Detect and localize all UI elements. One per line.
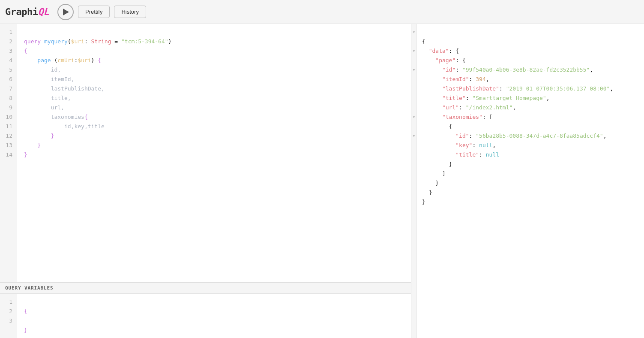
fold-arrow-1[interactable]: ▾ — [411, 27, 416, 37]
r-line-11: "id": "56ba28b5-0088-347d-a4c7-8faa85adc… — [422, 133, 607, 139]
r-line-13: "title": null — [422, 151, 499, 158]
line-9: taxonomies{ — [24, 114, 88, 120]
query-code-content: query myquery($uri: String = "tcm:5-394-… — [17, 24, 411, 282]
fold-arrow-13 — [411, 141, 416, 150]
fold-arrow-2 — [411, 37, 416, 46]
app-header: GraphiQL Prettify History — [0, 0, 644, 24]
line-1: query myquery($uri: String = "tcm:5-394-… — [24, 38, 171, 45]
r-line-7: "title": "Smarttarget Homepage", — [422, 95, 549, 101]
r-line-18: } — [422, 199, 425, 205]
r-line-17: } — [422, 189, 432, 196]
r-line-15: ] — [422, 170, 446, 177]
result-gutters: ▾ ▾ ▾ ▾ ▾ — [411, 24, 417, 338]
fold-arrow-8 — [411, 94, 416, 103]
fold-arrow-11 — [411, 122, 416, 131]
result-area: ▾ ▾ ▾ ▾ ▾ — [411, 24, 644, 338]
fold-arrow-14 — [411, 150, 416, 160]
variables-line-numbers: 1 2 3 — [0, 294, 17, 338]
r-line-9: "taxonomies": [ — [422, 114, 492, 120]
line-7: title, — [24, 95, 71, 101]
query-editor[interactable]: 1 2 3 4 5 6 7 8 9 10 11 12 13 14 query m… — [0, 24, 411, 282]
line-10: id,key,title — [24, 123, 105, 130]
variables-header: QUERY VARIABLES — [0, 283, 411, 294]
result-content: { "data": { "page": { "id": "99f540a0-4b… — [417, 24, 644, 338]
fold-arrow-16 — [411, 169, 416, 178]
fold-arrow-18 — [411, 188, 416, 197]
line-12: } — [24, 142, 41, 148]
r-line-14: } — [422, 161, 452, 167]
fold-arrow-7 — [411, 84, 416, 94]
fold-arrow-3[interactable]: ▾ — [411, 46, 416, 56]
r-line-16: } — [422, 180, 439, 186]
var-line-1: { — [24, 308, 27, 314]
r-line-10: { — [422, 123, 452, 130]
line-2: { — [24, 48, 27, 54]
fold-arrow-6 — [411, 75, 416, 84]
line-13: } — [24, 151, 27, 158]
fold-arrow-17 — [411, 178, 416, 188]
history-button[interactable]: History — [114, 6, 146, 18]
right-panel: ▾ ▾ ▾ ▾ ▾ — [411, 24, 644, 338]
r-line-6: "lastPublishDate": "2019-01-07T00:35:06.… — [422, 85, 613, 92]
query-code-area: 1 2 3 4 5 6 7 8 9 10 11 12 13 14 query m… — [0, 24, 411, 282]
line-4: id, — [24, 66, 61, 73]
line-8: url, — [24, 104, 64, 111]
run-button[interactable] — [57, 4, 74, 20]
r-line-2: "data": { — [422, 48, 459, 54]
line-3: page (cmUri:$uri) { — [24, 57, 101, 63]
app-logo: GraphiQL — [5, 6, 49, 17]
fold-arrow-5[interactable]: ▾ — [411, 65, 416, 75]
r-line-12: "key": null, — [422, 142, 496, 148]
fold-arrow-4 — [411, 56, 416, 65]
line-11: } — [24, 133, 54, 139]
line-6: lastPublishDate, — [24, 85, 105, 92]
r-line-5: "itemId": 394, — [422, 76, 489, 82]
r-line-8: "url": "/index2.html", — [422, 104, 516, 111]
prettify-button[interactable]: Prettify — [78, 6, 110, 18]
fold-arrow-10[interactable]: ▾ — [411, 112, 416, 122]
main-area: 1 2 3 4 5 6 7 8 9 10 11 12 13 14 query m… — [0, 24, 644, 338]
left-panel: 1 2 3 4 5 6 7 8 9 10 11 12 13 14 query m… — [0, 24, 411, 338]
fold-arrow-20 — [411, 207, 416, 216]
variables-code-content: { } — [17, 294, 411, 338]
fold-arrow-12[interactable]: ▾ — [411, 131, 416, 141]
r-line-4: "id": "99f540a0-4b06-3e8b-82ae-fd2c3522b… — [422, 66, 593, 73]
logo-graphi: Graphi — [5, 6, 38, 17]
logo-ql: QL — [38, 6, 49, 17]
query-line-numbers: 1 2 3 4 5 6 7 8 9 10 11 12 13 14 — [0, 24, 17, 282]
variables-editor[interactable]: 1 2 3 { } — [0, 294, 411, 338]
play-icon — [63, 9, 69, 15]
r-line-1: { — [422, 38, 425, 45]
line-14 — [24, 161, 27, 167]
variables-panel: QUERY VARIABLES 1 2 3 { } — [0, 282, 411, 338]
fold-arrow-19 — [411, 197, 416, 207]
var-line-3: } — [24, 327, 27, 333]
r-line-3: "page": { — [422, 57, 466, 63]
var-line-2 — [24, 317, 27, 324]
line-5: itemId, — [24, 76, 74, 82]
fold-arrow-15 — [411, 160, 416, 169]
fold-arrow-9 — [411, 103, 416, 112]
